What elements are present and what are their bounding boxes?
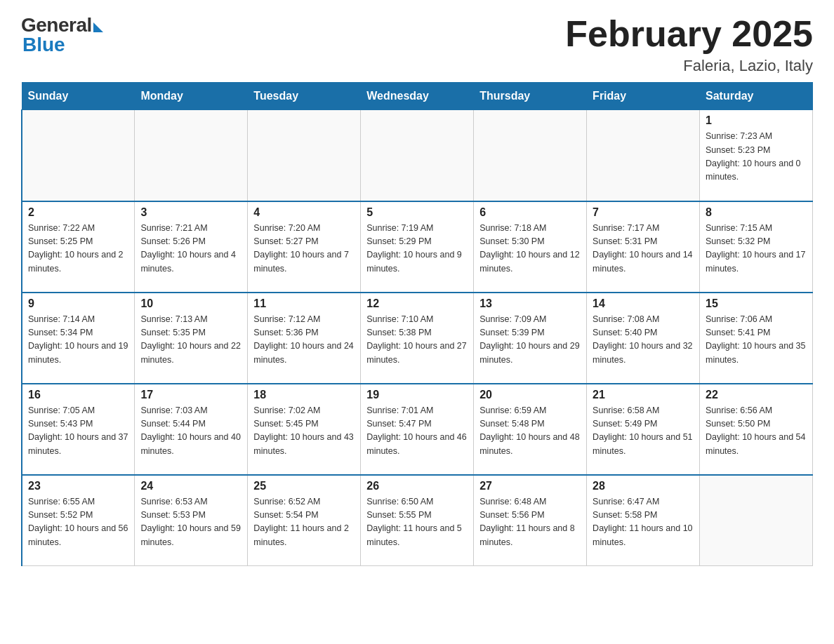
day-number: 16 — [28, 389, 128, 401]
day-number: 19 — [366, 389, 468, 401]
calendar: SundayMondayTuesdayWednesdayThursdayFrid… — [21, 82, 813, 566]
calendar-cell: 25Sunrise: 6:52 AMSunset: 5:54 PMDayligh… — [248, 475, 361, 566]
day-info: Sunrise: 6:50 AMSunset: 5:55 PMDaylight:… — [366, 495, 468, 550]
calendar-cell: 2Sunrise: 7:22 AMSunset: 5:25 PMDaylight… — [22, 201, 135, 293]
day-info: Sunrise: 7:13 AMSunset: 5:35 PMDaylight:… — [140, 313, 241, 368]
day-info: Sunrise: 7:06 AMSunset: 5:41 PMDaylight:… — [706, 313, 807, 368]
calendar-cell: 4Sunrise: 7:20 AMSunset: 5:27 PMDaylight… — [248, 201, 361, 293]
calendar-cell: 24Sunrise: 6:53 AMSunset: 5:53 PMDayligh… — [135, 475, 248, 566]
logo: General Blue — [21, 14, 103, 56]
calendar-cell — [248, 110, 361, 201]
calendar-cell — [361, 110, 474, 201]
day-info: Sunrise: 7:20 AMSunset: 5:27 PMDaylight:… — [253, 222, 355, 276]
day-number: 9 — [28, 297, 128, 310]
day-number: 28 — [593, 480, 694, 492]
day-number: 17 — [140, 389, 241, 401]
location: Faleria, Lazio, Italy — [565, 57, 813, 75]
day-info: Sunrise: 7:02 AMSunset: 5:45 PMDaylight:… — [253, 404, 355, 459]
day-info: Sunrise: 7:15 AMSunset: 5:32 PMDaylight:… — [706, 222, 807, 276]
calendar-cell: 26Sunrise: 6:50 AMSunset: 5:55 PMDayligh… — [361, 475, 474, 566]
day-number: 22 — [706, 389, 807, 401]
calendar-cell: 7Sunrise: 7:17 AMSunset: 5:31 PMDaylight… — [587, 201, 700, 293]
calendar-cell: 27Sunrise: 6:48 AMSunset: 5:56 PMDayligh… — [474, 475, 587, 566]
day-info: Sunrise: 7:03 AMSunset: 5:44 PMDaylight:… — [140, 404, 241, 459]
day-number: 2 — [28, 206, 128, 219]
day-info: Sunrise: 7:19 AMSunset: 5:29 PMDaylight:… — [366, 222, 468, 276]
day-number: 20 — [479, 389, 581, 401]
calendar-cell — [587, 110, 700, 201]
day-number: 5 — [366, 206, 468, 219]
calendar-cell: 23Sunrise: 6:55 AMSunset: 5:52 PMDayligh… — [22, 475, 135, 566]
calendar-cell: 6Sunrise: 7:18 AMSunset: 5:30 PMDaylight… — [474, 201, 587, 293]
weekday-header-friday: Friday — [587, 83, 700, 110]
week-row-5: 23Sunrise: 6:55 AMSunset: 5:52 PMDayligh… — [22, 475, 813, 566]
day-info: Sunrise: 7:12 AMSunset: 5:36 PMDaylight:… — [253, 313, 355, 368]
logo-blue-text: Blue — [22, 34, 65, 56]
day-number: 14 — [593, 297, 694, 310]
calendar-cell: 28Sunrise: 6:47 AMSunset: 5:58 PMDayligh… — [587, 475, 700, 566]
calendar-cell — [474, 110, 587, 201]
calendar-cell: 3Sunrise: 7:21 AMSunset: 5:26 PMDaylight… — [135, 201, 248, 293]
day-info: Sunrise: 7:05 AMSunset: 5:43 PMDaylight:… — [28, 404, 128, 459]
calendar-cell: 14Sunrise: 7:08 AMSunset: 5:40 PMDayligh… — [587, 293, 700, 384]
day-number: 25 — [253, 480, 355, 492]
calendar-cell: 19Sunrise: 7:01 AMSunset: 5:47 PMDayligh… — [361, 384, 474, 475]
day-info: Sunrise: 6:48 AMSunset: 5:56 PMDaylight:… — [479, 495, 581, 550]
calendar-cell: 21Sunrise: 6:58 AMSunset: 5:49 PMDayligh… — [587, 384, 700, 475]
day-info: Sunrise: 7:01 AMSunset: 5:47 PMDaylight:… — [366, 404, 468, 459]
day-number: 8 — [706, 206, 807, 219]
day-number: 3 — [140, 206, 241, 219]
calendar-cell: 16Sunrise: 7:05 AMSunset: 5:43 PMDayligh… — [22, 384, 135, 475]
calendar-cell: 13Sunrise: 7:09 AMSunset: 5:39 PMDayligh… — [474, 293, 587, 384]
day-info: Sunrise: 7:17 AMSunset: 5:31 PMDaylight:… — [593, 222, 694, 276]
day-info: Sunrise: 7:09 AMSunset: 5:39 PMDaylight:… — [479, 313, 581, 368]
weekday-header-saturday: Saturday — [700, 83, 813, 110]
calendar-cell: 20Sunrise: 6:59 AMSunset: 5:48 PMDayligh… — [474, 384, 587, 475]
weekday-header-sunday: Sunday — [22, 83, 135, 110]
calendar-cell — [135, 110, 248, 201]
calendar-cell: 5Sunrise: 7:19 AMSunset: 5:29 PMDaylight… — [361, 201, 474, 293]
page-header: General Blue February 2025 Faleria, Lazi… — [21, 14, 813, 75]
month-title: February 2025 — [565, 14, 813, 54]
weekday-header-wednesday: Wednesday — [361, 83, 474, 110]
weekday-header-tuesday: Tuesday — [248, 83, 361, 110]
day-info: Sunrise: 6:58 AMSunset: 5:49 PMDaylight:… — [593, 404, 694, 459]
day-info: Sunrise: 6:59 AMSunset: 5:48 PMDaylight:… — [479, 404, 581, 459]
day-number: 18 — [253, 389, 355, 401]
day-info: Sunrise: 6:52 AMSunset: 5:54 PMDaylight:… — [253, 495, 355, 550]
day-number: 12 — [366, 297, 468, 310]
day-number: 24 — [140, 480, 241, 492]
calendar-cell: 22Sunrise: 6:56 AMSunset: 5:50 PMDayligh… — [700, 384, 813, 475]
calendar-cell: 18Sunrise: 7:02 AMSunset: 5:45 PMDayligh… — [248, 384, 361, 475]
day-number: 6 — [479, 206, 581, 219]
day-number: 1 — [706, 114, 807, 127]
calendar-cell: 10Sunrise: 7:13 AMSunset: 5:35 PMDayligh… — [135, 293, 248, 384]
weekday-header-monday: Monday — [135, 83, 248, 110]
calendar-cell: 15Sunrise: 7:06 AMSunset: 5:41 PMDayligh… — [700, 293, 813, 384]
calendar-cell: 9Sunrise: 7:14 AMSunset: 5:34 PMDaylight… — [22, 293, 135, 384]
calendar-cell: 12Sunrise: 7:10 AMSunset: 5:38 PMDayligh… — [361, 293, 474, 384]
day-info: Sunrise: 6:55 AMSunset: 5:52 PMDaylight:… — [28, 495, 128, 550]
day-info: Sunrise: 7:23 AMSunset: 5:23 PMDaylight:… — [706, 130, 807, 185]
day-number: 4 — [253, 206, 355, 219]
day-info: Sunrise: 7:10 AMSunset: 5:38 PMDaylight:… — [366, 313, 468, 368]
day-number: 7 — [593, 206, 694, 219]
week-row-3: 9Sunrise: 7:14 AMSunset: 5:34 PMDaylight… — [22, 293, 813, 384]
calendar-cell — [700, 475, 813, 566]
day-number: 27 — [479, 480, 581, 492]
day-number: 15 — [706, 297, 807, 310]
calendar-cell: 17Sunrise: 7:03 AMSunset: 5:44 PMDayligh… — [135, 384, 248, 475]
week-row-1: 1Sunrise: 7:23 AMSunset: 5:23 PMDaylight… — [22, 110, 813, 201]
calendar-cell: 8Sunrise: 7:15 AMSunset: 5:32 PMDaylight… — [700, 201, 813, 293]
day-info: Sunrise: 6:47 AMSunset: 5:58 PMDaylight:… — [593, 495, 694, 550]
day-info: Sunrise: 7:22 AMSunset: 5:25 PMDaylight:… — [28, 222, 128, 276]
day-number: 26 — [366, 480, 468, 492]
week-row-4: 16Sunrise: 7:05 AMSunset: 5:43 PMDayligh… — [22, 384, 813, 475]
day-info: Sunrise: 7:14 AMSunset: 5:34 PMDaylight:… — [28, 313, 128, 368]
calendar-cell: 1Sunrise: 7:23 AMSunset: 5:23 PMDaylight… — [700, 110, 813, 201]
day-number: 11 — [253, 297, 355, 310]
day-number: 10 — [140, 297, 241, 310]
day-number: 21 — [593, 389, 694, 401]
day-info: Sunrise: 7:21 AMSunset: 5:26 PMDaylight:… — [140, 222, 241, 276]
calendar-cell: 11Sunrise: 7:12 AMSunset: 5:36 PMDayligh… — [248, 293, 361, 384]
